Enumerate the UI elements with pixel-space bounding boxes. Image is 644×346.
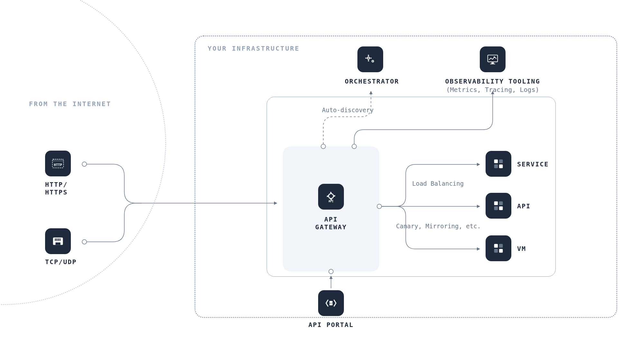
svg-rect-45 bbox=[499, 202, 503, 205]
gateway-label: API GATEWAY bbox=[299, 215, 363, 231]
svg-point-16 bbox=[368, 57, 369, 59]
svg-point-3 bbox=[352, 144, 356, 149]
monitor-chart-icon bbox=[480, 46, 506, 72]
svg-point-1 bbox=[82, 240, 87, 244]
svg-rect-13 bbox=[58, 238, 59, 241]
svg-rect-41 bbox=[499, 160, 503, 163]
code-brackets-icon: </ bbox=[318, 290, 344, 316]
svg-point-28 bbox=[328, 193, 333, 198]
svg-rect-47 bbox=[499, 206, 503, 210]
edge-canary: Canary, Mirroring, etc. bbox=[396, 222, 481, 230]
http-icon: HTTP bbox=[45, 151, 71, 176]
svg-rect-44 bbox=[494, 202, 498, 205]
svg-text:API: API bbox=[328, 200, 334, 203]
svg-point-24 bbox=[372, 61, 373, 62]
grid-icon bbox=[486, 151, 511, 177]
svg-rect-11 bbox=[55, 238, 56, 241]
svg-point-5 bbox=[329, 269, 333, 274]
http-label: HTTP/ HTTPS bbox=[45, 181, 84, 196]
svg-rect-19 bbox=[365, 58, 367, 59]
svg-rect-12 bbox=[56, 238, 57, 241]
vm-label: VM bbox=[517, 245, 526, 252]
svg-text:</: </ bbox=[329, 302, 333, 305]
svg-rect-50 bbox=[494, 249, 498, 253]
observability-sublabel: (Metrics, Tracing, Logs) bbox=[441, 86, 544, 94]
portal-label: API PORTAL bbox=[299, 321, 363, 329]
svg-point-2 bbox=[321, 144, 326, 149]
gear-api-icon: API bbox=[318, 184, 344, 210]
grid-icon bbox=[486, 193, 511, 219]
ethernet-icon bbox=[45, 228, 71, 254]
svg-point-0 bbox=[82, 162, 87, 166]
svg-rect-48 bbox=[494, 244, 498, 248]
svg-rect-10 bbox=[55, 242, 60, 245]
svg-rect-26 bbox=[491, 63, 494, 64]
svg-point-4 bbox=[377, 204, 382, 209]
gears-icon bbox=[357, 46, 383, 72]
svg-rect-27 bbox=[490, 64, 495, 64]
api-label: API bbox=[517, 202, 531, 210]
svg-rect-20 bbox=[370, 58, 372, 59]
observability-label: OBSERVABILITY TOOLING bbox=[441, 77, 544, 85]
service-label: SERVICE bbox=[517, 160, 549, 168]
svg-rect-40 bbox=[494, 160, 498, 163]
svg-rect-42 bbox=[494, 164, 498, 168]
svg-rect-46 bbox=[494, 206, 498, 210]
svg-rect-49 bbox=[499, 244, 503, 248]
grid-icon bbox=[486, 235, 511, 261]
orchestrator-label: ORCHESTRATOR bbox=[341, 77, 402, 85]
edge-autodiscovery: Auto-discovery bbox=[322, 106, 374, 114]
svg-rect-7 bbox=[52, 159, 64, 162]
tcp-label: TCP/UDP bbox=[45, 258, 97, 266]
svg-text:HTTP: HTTP bbox=[54, 163, 62, 167]
svg-rect-43 bbox=[499, 164, 503, 168]
svg-rect-14 bbox=[60, 238, 61, 241]
edge-loadbalancing: Load Balancing bbox=[412, 180, 464, 187]
svg-rect-51 bbox=[499, 249, 503, 253]
